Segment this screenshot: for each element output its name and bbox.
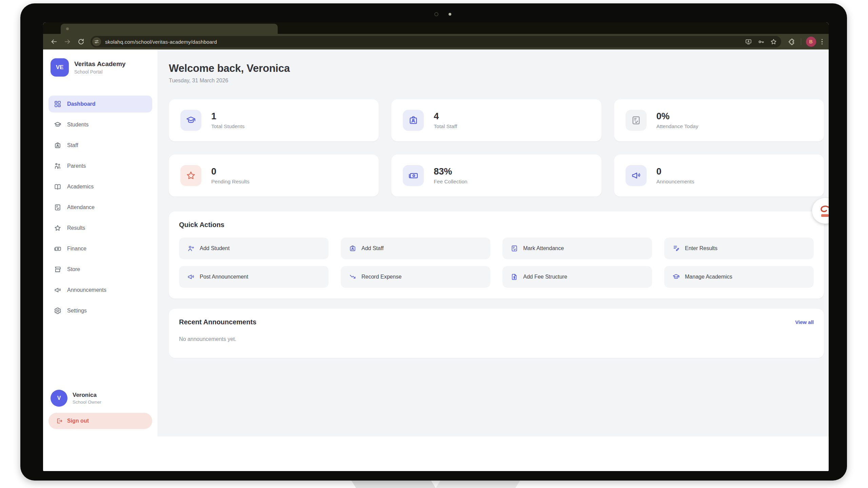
quick-action-label: Enter Results	[685, 245, 717, 251]
stat-value: 83%	[434, 166, 467, 177]
stat-icon-tile	[403, 165, 424, 186]
url-text[interactable]: skolahq.com/school/veritas-academy/dashb…	[105, 39, 745, 45]
stat-card: 0Pending Results	[169, 155, 379, 197]
sidebar-item-label: Attendance	[67, 204, 95, 210]
quick-action-label: Post Announcement	[200, 274, 248, 280]
reload-icon[interactable]	[77, 37, 85, 46]
menu-kebab-icon[interactable]	[820, 38, 825, 46]
quick-action-label: Add Staff	[361, 245, 384, 251]
password-key-icon[interactable]	[757, 38, 765, 45]
main-content: Welcome back, Veronica Tuesday, 31 March…	[158, 49, 829, 436]
graduation-cap-icon	[672, 273, 680, 281]
browser-tabstrip	[43, 22, 829, 34]
profile-avatar[interactable]: B	[806, 37, 816, 47]
sidebar: VE Veritas Academy School Portal Dashboa…	[43, 49, 158, 436]
trend-down-icon	[349, 273, 356, 281]
quick-actions-grid: Add StudentAdd StaffMark AttendanceEnter…	[179, 238, 814, 288]
quick-action-record-expense[interactable]: Record Expense	[341, 266, 490, 288]
page-date: Tuesday, 31 March 2026	[169, 78, 824, 84]
sidebar-item-label: Settings	[67, 308, 87, 314]
user-name: Veronica	[73, 392, 101, 399]
quick-action-label: Mark Attendance	[523, 245, 564, 251]
sidebar-item-finance[interactable]: Finance	[48, 240, 152, 257]
stats-grid: 1Total Students4Total Staff0%Attendance …	[169, 99, 824, 197]
browser-window: skolahq.com/school/veritas-academy/dashb…	[43, 22, 829, 471]
sidebar-item-label: Academics	[67, 184, 94, 190]
extensions-puzzle-icon[interactable]	[787, 37, 796, 46]
user-avatar: V	[51, 390, 67, 407]
doc-dollar-icon	[511, 273, 518, 281]
sidebar-item-settings[interactable]: Settings	[48, 302, 152, 319]
address-bar[interactable]: skolahq.com/school/veritas-academy/dashb…	[91, 36, 781, 47]
stat-card: 83%Fee Collection	[391, 155, 601, 197]
quick-action-manage-academics[interactable]: Manage Academics	[664, 266, 814, 288]
quick-action-add-staff[interactable]: Add Staff	[341, 238, 490, 259]
quick-action-post-announcement[interactable]: Post Announcement	[179, 266, 329, 288]
banknote-icon	[408, 170, 418, 181]
stat-value: 0	[211, 166, 250, 177]
sidebar-item-label: Parents	[67, 163, 86, 169]
save-install-icon[interactable]	[745, 38, 752, 45]
browser-toolbar: skolahq.com/school/veritas-academy/dashb…	[43, 34, 829, 49]
sidebar-item-attendance[interactable]: Attendance	[48, 199, 152, 216]
sign-out-label: Sign out	[67, 418, 89, 424]
sidebar-item-label: Staff	[67, 142, 78, 148]
dashboard-grid-icon	[54, 100, 61, 108]
quick-action-mark-attendance[interactable]: Mark Attendance	[502, 238, 652, 259]
recent-announcements-panel: Recent Announcements View all No announc…	[169, 309, 824, 358]
webcam-ring	[434, 12, 438, 16]
forward-icon[interactable]	[63, 37, 72, 46]
quick-actions-title: Quick Actions	[179, 221, 814, 229]
stat-label: Attendance Today	[656, 123, 698, 129]
sidebar-item-store[interactable]: Store	[48, 261, 152, 278]
sidebar-item-label: Finance	[67, 246, 86, 252]
clipboard-check-icon	[54, 204, 61, 211]
stat-label: Pending Results	[211, 179, 250, 185]
sidebar-item-students[interactable]: Students	[48, 116, 152, 133]
quick-action-label: Record Expense	[361, 274, 401, 280]
sidebar-item-label: Store	[67, 266, 80, 272]
watermark-logo-icon	[818, 205, 829, 214]
sidebar-item-label: Dashboard	[67, 101, 96, 107]
graduation-cap-icon	[186, 115, 196, 125]
megaphone-icon	[631, 170, 641, 181]
sidebar-item-announcements[interactable]: Announcements	[48, 282, 152, 299]
watermark-stamp	[821, 214, 829, 217]
back-icon[interactable]	[50, 37, 58, 46]
stat-card: 0%Attendance Today	[614, 99, 824, 141]
stat-icon-tile	[180, 110, 201, 131]
storefront-icon	[54, 266, 61, 273]
clipboard-check-icon	[511, 245, 518, 252]
sidebar-item-parents[interactable]: Parents	[48, 158, 152, 175]
tab-favicon	[66, 27, 69, 30]
school-avatar: VE	[51, 58, 69, 77]
quick-action-add-student[interactable]: Add Student	[179, 238, 329, 259]
clipboard-check-icon	[631, 115, 641, 125]
view-all-link[interactable]: View all	[795, 319, 814, 325]
banknote-icon	[54, 245, 61, 252]
stat-icon-tile	[626, 165, 647, 186]
bookmark-star-icon[interactable]	[770, 38, 777, 45]
sidebar-item-academics[interactable]: Academics	[48, 178, 152, 195]
stat-value: 0%	[656, 111, 698, 122]
quick-action-add-fee-structure[interactable]: Add Fee Structure	[502, 266, 652, 288]
doc-pencil-icon	[672, 245, 680, 252]
stat-value: 0	[656, 166, 694, 177]
user-role: School Owner	[73, 400, 101, 405]
id-badge-icon	[408, 115, 418, 125]
quick-action-label: Manage Academics	[685, 274, 732, 280]
toolbar-divider	[801, 38, 801, 45]
sidebar-item-staff[interactable]: Staff	[48, 137, 152, 154]
stat-label: Total Staff	[434, 123, 457, 129]
stat-icon-tile	[180, 165, 201, 186]
sidebar-item-results[interactable]: Results	[48, 220, 152, 237]
browser-tab[interactable]	[61, 24, 278, 34]
sidebar-nav: DashboardStudentsStaffParentsAcademicsAt…	[48, 96, 152, 319]
sidebar-item-dashboard[interactable]: Dashboard	[48, 96, 152, 113]
page-viewport: VE Veritas Academy School Portal Dashboa…	[43, 49, 829, 471]
stat-icon-tile	[626, 110, 647, 131]
site-info-icon[interactable]	[92, 37, 101, 46]
open-book-icon	[54, 183, 61, 190]
sign-out-button[interactable]: Sign out	[48, 413, 152, 429]
quick-action-enter-results[interactable]: Enter Results	[664, 238, 814, 259]
